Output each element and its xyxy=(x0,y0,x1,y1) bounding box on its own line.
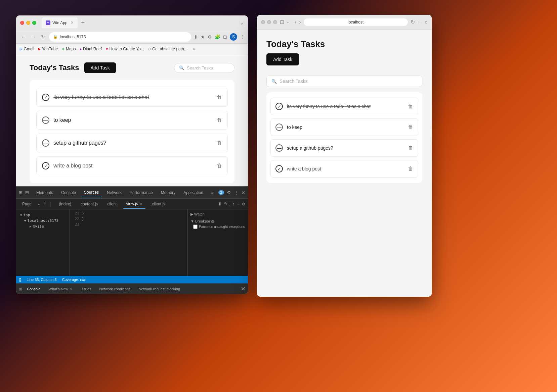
tree-item-top[interactable]: ▼ top xyxy=(19,212,67,218)
subtab-content[interactable]: content.js xyxy=(77,200,101,208)
deactivate-icon[interactable]: ⊘ xyxy=(242,201,245,206)
bb-tab-network-cond[interactable]: Network conditions xyxy=(96,286,134,292)
task-check-3[interactable]: — xyxy=(42,139,49,147)
step-over-icon[interactable]: ↷ xyxy=(224,201,227,206)
tab-network[interactable]: Network xyxy=(103,188,125,197)
right-task-item-4[interactable]: ✓ write a blog post 🗑 xyxy=(270,160,418,178)
minimize-button[interactable] xyxy=(26,21,30,25)
pause-icon[interactable]: ⏸ xyxy=(218,201,222,206)
step-into-icon[interactable]: ↓ xyxy=(229,201,231,206)
more-options-icon[interactable]: ⋮ xyxy=(234,190,239,195)
right-close-btn[interactable] xyxy=(261,20,265,24)
puzzle-icon[interactable]: 🧩 xyxy=(215,34,220,40)
bookmark-maps[interactable]: ◈ Maps xyxy=(62,47,76,51)
task-delete-3[interactable]: 🗑 xyxy=(217,140,222,146)
task-item-1[interactable]: ✓ its very funny to use a todo list as a… xyxy=(36,88,228,107)
right-task-item-1[interactable]: ✓ its very funny to use a todo list as a… xyxy=(270,98,418,115)
right-task-item-2[interactable]: — to keep 🗑 xyxy=(270,118,418,136)
bookmark-how[interactable]: ♥ How to Create Yo... xyxy=(106,47,144,51)
right-minimize-btn[interactable] xyxy=(267,20,271,24)
forward-button[interactable]: → xyxy=(30,34,37,40)
pause-uncaught-label[interactable]: Pause on uncaught exceptions xyxy=(193,225,245,229)
right-task-item-3[interactable]: — setup a github pages? 🗑 xyxy=(270,139,418,157)
bottom-bar-close[interactable]: ✕ xyxy=(241,286,245,292)
tree-item-localhost[interactable]: ▼ localhost:5173 xyxy=(19,218,67,224)
active-tab[interactable]: V Vite App ✕ xyxy=(42,17,78,28)
bb-tab-whatsnew[interactable]: What's New ✕ xyxy=(45,286,76,292)
back-button[interactable]: ← xyxy=(19,34,27,40)
add-task-button-left[interactable]: Add Task xyxy=(84,62,116,73)
tab-close-icon[interactable]: ✕ xyxy=(71,20,74,25)
breakpoints-section[interactable]: ▼ Breakpoints xyxy=(190,219,245,223)
new-tab-button[interactable]: + xyxy=(79,19,87,26)
right-split-icon[interactable]: ⊡ xyxy=(280,19,284,25)
subtab-more-icon[interactable]: » xyxy=(38,202,40,206)
split-view-icon[interactable]: ⊡ xyxy=(223,34,227,40)
menu-icon[interactable]: ⋮ xyxy=(240,34,245,40)
tab-performance[interactable]: Performance xyxy=(126,188,156,197)
extensions-icon[interactable]: ⚙ xyxy=(208,34,212,40)
tab-sources[interactable]: Sources xyxy=(81,188,102,197)
right-reload-icon[interactable]: ↻ xyxy=(411,19,415,25)
subtab-view[interactable]: view.js ✕ xyxy=(123,199,146,209)
right-task-check-3[interactable]: — xyxy=(275,144,283,152)
bookmark-gmail[interactable]: G Gmail xyxy=(19,47,34,51)
tab-elements[interactable]: Elements xyxy=(33,188,56,197)
watch-section[interactable]: ▶ Watch xyxy=(190,212,245,216)
console-icon[interactable]: ⊞ xyxy=(19,287,22,291)
search-box-left[interactable]: 🔍 Search Tasks xyxy=(174,63,234,73)
bookmark-diani[interactable]: ♦ Diani Reef xyxy=(80,47,102,51)
task-item-4[interactable]: ✓ write a blog post 🗑 xyxy=(36,156,228,175)
subtab-clientjs[interactable]: client.js xyxy=(148,200,169,208)
right-add-tab-icon[interactable]: + xyxy=(418,19,421,25)
task-delete-1[interactable]: 🗑 xyxy=(217,94,222,100)
bookmark-youtube[interactable]: ▶ YouTube xyxy=(38,47,58,51)
reload-button[interactable]: ↻ xyxy=(40,34,46,40)
right-forward-btn[interactable]: › xyxy=(299,19,301,25)
settings-icon[interactable]: ⚙ xyxy=(227,190,231,195)
tab-application[interactable]: Application xyxy=(180,188,207,197)
bb-tab-issues[interactable]: Issues xyxy=(77,286,95,292)
expand-icon[interactable]: ⌄ xyxy=(240,20,244,26)
devtools-icons-left[interactable]: ⊞ xyxy=(19,190,23,195)
bookmark-icon[interactable]: ★ xyxy=(201,34,205,40)
right-search-box[interactable]: 🔍 Search Tasks xyxy=(266,76,422,87)
profile-icon[interactable]: S xyxy=(230,33,237,41)
maximize-button[interactable] xyxy=(32,21,36,25)
tab-console[interactable]: Console xyxy=(58,188,79,197)
right-address-input[interactable]: localhost xyxy=(304,18,408,26)
pause-uncaught-checkbox[interactable] xyxy=(193,225,198,229)
right-add-task-button[interactable]: Add Task xyxy=(266,53,299,65)
task-check-1[interactable]: ✓ xyxy=(42,94,49,101)
task-check-4[interactable]: ✓ xyxy=(42,162,49,169)
bookmark-abs[interactable]: ◇ Get absolute path... xyxy=(148,47,187,51)
devtools-icons-right[interactable]: ⊟ xyxy=(25,190,29,195)
task-item-2[interactable]: — to keep 🗑 xyxy=(36,111,228,130)
right-task-delete-2[interactable]: 🗑 xyxy=(408,124,413,130)
right-split-arrow[interactable]: ⌄ xyxy=(286,20,289,24)
tree-item-vite[interactable]: ▶ @vite xyxy=(19,224,67,229)
right-task-check-4[interactable]: ✓ xyxy=(275,165,283,173)
subtab-page[interactable]: Page xyxy=(19,200,35,208)
task-item-3[interactable]: — setup a github pages? 🗑 xyxy=(36,134,228,152)
right-sidebar-btn[interactable]: » xyxy=(425,19,428,25)
step-out-icon[interactable]: ↑ xyxy=(232,201,235,206)
step-icon[interactable]: → xyxy=(236,201,240,206)
right-task-check-1[interactable]: ✓ xyxy=(275,103,283,110)
right-back-btn[interactable]: ‹ xyxy=(295,19,296,25)
bb-tab-console[interactable]: Console xyxy=(24,286,44,292)
more-bookmarks-icon[interactable]: » xyxy=(193,47,195,51)
task-delete-2[interactable]: 🗑 xyxy=(217,117,222,123)
close-devtools-icon[interactable]: ✕ xyxy=(241,190,245,195)
right-task-check-2[interactable]: — xyxy=(275,124,283,131)
share-icon[interactable]: ⬆ xyxy=(194,34,198,40)
bb-tab-network-block[interactable]: Network request blocking xyxy=(135,286,184,292)
right-task-delete-3[interactable]: 🗑 xyxy=(408,145,413,151)
address-input[interactable]: 🔒 localhost:5173 xyxy=(49,32,191,42)
tab-memory[interactable]: Memory xyxy=(158,188,179,197)
right-task-delete-4[interactable]: 🗑 xyxy=(408,166,413,172)
tab-more[interactable]: » xyxy=(208,188,217,197)
subtab-index[interactable]: (index) xyxy=(55,200,75,208)
subtab-client[interactable]: client xyxy=(104,200,120,208)
subtab-dotmenu[interactable]: ⋮ xyxy=(42,202,46,206)
